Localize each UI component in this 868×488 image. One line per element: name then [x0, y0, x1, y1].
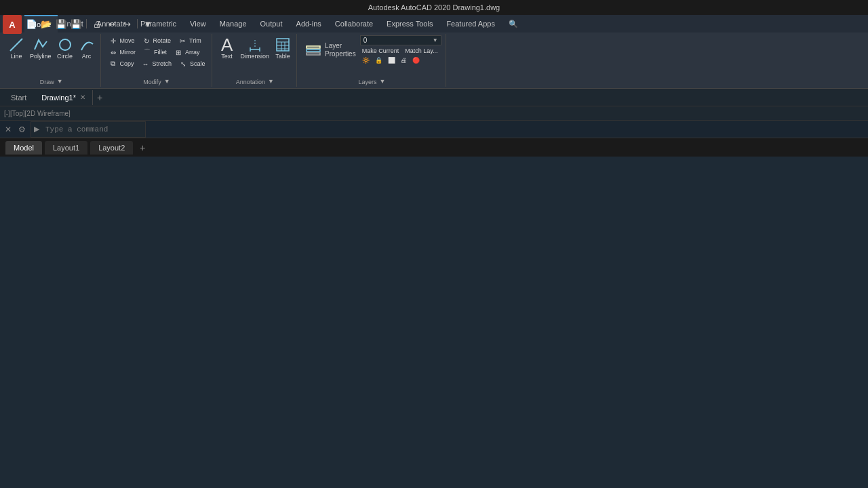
layer-properties-tool[interactable]: LayerProperties: [302, 39, 357, 61]
layout2-tab[interactable]: Layout2: [90, 141, 133, 155]
modify-row1: ✛ Move ↻ Rotate ✂ Trim: [106, 35, 203, 46]
customize-button[interactable]: ▼: [141, 17, 155, 30]
tab-search[interactable]: 🔍: [502, 15, 525, 33]
command-input[interactable]: [41, 123, 144, 136]
ribbon-content: Line Polyline Circle: [0, 33, 868, 88]
close-tab-button[interactable]: ✕: [80, 94, 85, 101]
scale-icon: ⤡: [178, 59, 188, 68]
layer-dropdown-area: 0 ▼ Make Current Match Lay...: [360, 35, 441, 64]
save-button[interactable]: 💾: [54, 17, 68, 30]
modify-row3: ⧉ Copy ↔ Stretch ⤡ Scale: [106, 58, 208, 69]
modify-row2: ⇔ Mirror ⌒ Fillet ⊞ Array: [106, 47, 202, 58]
quick-access-toolbar: 📄 📂 💾 💾 🖨 ↩ ↪ ▼: [24, 15, 155, 33]
layer-icon-4[interactable]: 🖨: [399, 56, 409, 64]
circle-label: Circle: [57, 53, 73, 60]
scale-tool[interactable]: ⤡ Scale: [176, 58, 208, 69]
circle-tool[interactable]: Circle: [56, 35, 75, 61]
annotation-group-label: Annotation: [236, 77, 265, 85]
polyline-label: Polyline: [30, 53, 52, 60]
modify-expand[interactable]: ▼: [164, 78, 170, 85]
line-tool[interactable]: Line: [7, 35, 26, 61]
table-tool[interactable]: Table: [273, 35, 292, 61]
draw-group: Line Polyline Circle: [3, 34, 101, 87]
scale-label: Scale: [190, 60, 205, 67]
array-tool[interactable]: ⊞ Array: [172, 47, 202, 58]
arc-label: Arc: [82, 53, 92, 60]
layer-icon-3[interactable]: ⬜: [386, 56, 397, 64]
rotate-label: Rotate: [153, 37, 172, 44]
undo-button[interactable]: ↩: [105, 17, 119, 30]
text-tool[interactable]: A Text: [218, 35, 237, 61]
annotation-expand[interactable]: ▼: [268, 78, 274, 85]
mirror-tool[interactable]: ⇔ Mirror: [106, 47, 138, 58]
tab-view[interactable]: View: [183, 15, 213, 33]
mirror-icon: ⇔: [108, 47, 118, 57]
model-tab[interactable]: Model: [5, 141, 42, 155]
tab-featured-apps[interactable]: Featured Apps: [439, 15, 502, 33]
drawing-tab[interactable]: Drawing1* ✕: [35, 90, 93, 105]
layout1-tab[interactable]: Layout1: [45, 141, 87, 155]
new-file-button[interactable]: 📄: [24, 17, 38, 30]
make-current-tool[interactable]: Make Current: [360, 47, 401, 55]
arc-tool[interactable]: Arc: [77, 35, 96, 61]
layers-group: LayerProperties 0 ▼ Make Current M: [298, 34, 446, 87]
dimension-label: Dimension: [241, 53, 270, 60]
layers-expand[interactable]: ▼: [379, 78, 385, 85]
copy-label: Copy: [120, 60, 134, 67]
match-layer-tool[interactable]: Match Lay...: [403, 47, 439, 55]
copy-tool[interactable]: ⧉ Copy: [106, 58, 136, 69]
layer-icon-5[interactable]: 🔴: [410, 56, 422, 64]
modify-group-label: Modify: [143, 77, 161, 85]
layer-properties-icon: [304, 41, 323, 60]
layout2-tab-label: Layout2: [98, 144, 125, 152]
move-tool[interactable]: ✛ Move: [106, 35, 137, 46]
rotate-tool[interactable]: ↻ Rotate: [140, 35, 174, 46]
add-layout-button[interactable]: +: [136, 141, 149, 155]
autocad-logo[interactable]: A: [3, 15, 22, 34]
fillet-tool[interactable]: ⌒ Fillet: [140, 47, 169, 58]
array-label: Array: [185, 49, 200, 56]
new-tab-button[interactable]: +: [93, 91, 106, 104]
line-label: Line: [10, 53, 22, 60]
trim-icon: ✂: [178, 36, 187, 45]
stretch-tool[interactable]: ↔ Stretch: [139, 58, 174, 69]
fillet-label: Fillet: [154, 49, 167, 56]
trim-tool[interactable]: ✂ Trim: [176, 35, 203, 46]
open-file-button[interactable]: 📂: [39, 17, 53, 30]
layer-icon-1[interactable]: 🔆: [360, 56, 372, 64]
tab-express-tools[interactable]: Express Tools: [380, 15, 439, 33]
rotate-icon: ↻: [142, 36, 151, 45]
tab-addins[interactable]: Add-ins: [290, 15, 328, 33]
dimension-icon: [247, 37, 263, 53]
svg-rect-12: [307, 46, 320, 48]
trim-label: Trim: [189, 37, 201, 44]
array-icon: ⊞: [174, 47, 183, 57]
start-tab[interactable]: Start: [3, 90, 35, 105]
tab-output[interactable]: Output: [254, 15, 290, 33]
print-button[interactable]: 🖨: [90, 17, 104, 30]
layers-tools: LayerProperties 0 ▼ Make Current M: [302, 35, 441, 76]
table-label: Table: [275, 53, 290, 60]
stretch-label: Stretch: [153, 60, 172, 67]
draw-tools: Line Polyline Circle: [7, 35, 96, 76]
tab-manage[interactable]: Manage: [213, 15, 254, 33]
cmd-cancel-button[interactable]: ✕: [3, 125, 14, 134]
make-current-label: Make Current: [362, 47, 399, 54]
tab-collaborate[interactable]: Collaborate: [328, 15, 380, 33]
polyline-tool[interactable]: Polyline: [28, 35, 53, 61]
command-input-wrapper: ▶: [31, 121, 146, 138]
title-text: Autodesk AutoCAD 2020 Drawing1.dwg: [368, 3, 500, 12]
save-as-button[interactable]: 💾: [69, 17, 83, 30]
dimension-tool[interactable]: Dimension: [239, 35, 271, 61]
redo-button[interactable]: ↪: [120, 17, 134, 30]
draw-expand[interactable]: ▼: [57, 78, 63, 85]
annotation-tools: A Text Dimension: [218, 35, 293, 76]
text-label: Text: [221, 53, 233, 60]
draw-group-label: Draw: [40, 77, 54, 85]
fillet-icon: ⌒: [142, 47, 152, 57]
match-layer-label: Match Lay...: [405, 47, 437, 54]
cmd-autocomplete-button[interactable]: ⚙: [16, 125, 28, 134]
layer-icon-2[interactable]: 🔒: [373, 56, 384, 64]
layer-dropdown[interactable]: 0 ▼: [360, 35, 441, 45]
model-tab-label: Model: [14, 144, 34, 152]
